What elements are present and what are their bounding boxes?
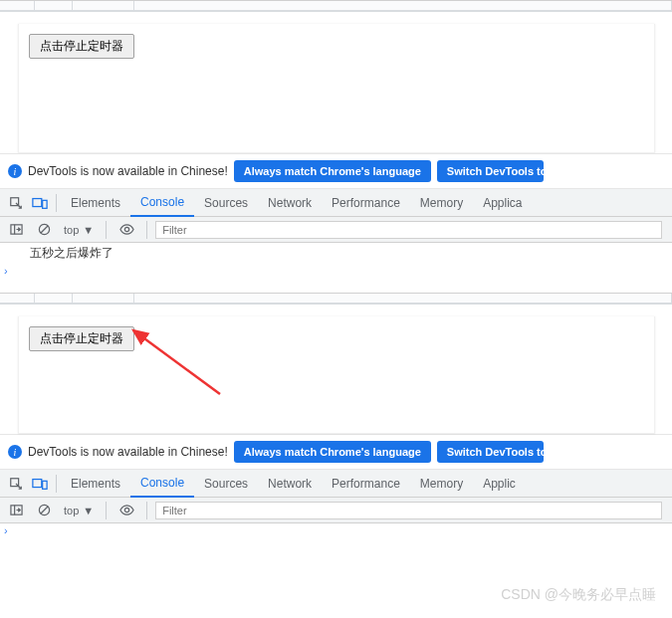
console-output: ›: [0, 523, 672, 543]
filter-input[interactable]: [155, 221, 662, 239]
devtools-info-bar: i DevTools is now available in Chinese! …: [0, 434, 672, 470]
sidebar-toggle-icon[interactable]: [4, 218, 28, 242]
tab-console[interactable]: Console: [130, 470, 194, 498]
svg-rect-8: [33, 479, 42, 487]
clear-console-icon[interactable]: [32, 218, 56, 242]
inspect-icon[interactable]: [4, 191, 28, 215]
tab-console[interactable]: Console: [130, 189, 194, 217]
devtools-tabs: Elements Console Sources Network Perform…: [0, 470, 672, 498]
clear-console-icon[interactable]: [32, 499, 56, 522]
info-text: DevTools is now available in Chinese!: [28, 164, 228, 178]
context-selector[interactable]: top ▼: [60, 224, 98, 236]
panel-1: 点击停止定时器 i DevTools is now available in C…: [0, 0, 672, 281]
switch-language-button[interactable]: Switch DevTools to C: [437, 441, 544, 463]
chevron-down-icon: ▼: [83, 224, 94, 236]
tab-application[interactable]: Applica: [473, 189, 532, 217]
page-content: 点击停止定时器: [0, 12, 672, 153]
bookmark-bar: [0, 293, 672, 305]
eye-icon[interactable]: [114, 499, 138, 522]
context-selector[interactable]: top ▼: [60, 505, 98, 516]
info-text: DevTools is now available in Chinese!: [28, 445, 228, 459]
context-label: top: [64, 224, 79, 236]
tab-performance[interactable]: Performance: [322, 189, 410, 217]
devtools-info-bar: i DevTools is now available in Chinese! …: [0, 153, 672, 189]
context-label: top: [64, 505, 79, 516]
page-content: 点击停止定时器: [0, 305, 672, 434]
eye-icon[interactable]: [114, 218, 138, 242]
device-toggle-icon[interactable]: [28, 191, 52, 215]
tab-network[interactable]: Network: [258, 470, 322, 498]
bookmark-bar: [0, 0, 672, 12]
stop-timer-button[interactable]: 点击停止定时器: [29, 326, 134, 351]
tab-memory[interactable]: Memory: [410, 189, 473, 217]
info-icon: i: [8, 164, 22, 178]
panel-2: 点击停止定时器 i DevTools is now available in C…: [0, 293, 672, 543]
console-output: 五秒之后爆炸了 ›: [0, 243, 672, 281]
tab-performance[interactable]: Performance: [322, 470, 410, 498]
svg-rect-1: [33, 198, 42, 206]
svg-point-12: [124, 508, 128, 512]
switch-language-button[interactable]: Switch DevTools to Ch: [437, 160, 544, 182]
console-toolbar: top ▼: [0, 498, 672, 523]
tab-elements[interactable]: Elements: [61, 470, 130, 498]
device-toggle-icon[interactable]: [28, 472, 52, 496]
svg-rect-2: [43, 200, 47, 208]
tab-network[interactable]: Network: [258, 189, 322, 217]
tab-memory[interactable]: Memory: [410, 470, 473, 498]
inspect-icon[interactable]: [4, 472, 28, 496]
tab-sources[interactable]: Sources: [194, 189, 258, 217]
tab-application[interactable]: Applic: [473, 470, 526, 498]
console-prompt[interactable]: ›: [0, 264, 672, 281]
chevron-down-icon: ▼: [83, 505, 94, 516]
log-message: 五秒之后爆炸了: [0, 243, 672, 264]
tab-elements[interactable]: Elements: [61, 189, 130, 217]
stop-timer-button[interactable]: 点击停止定时器: [29, 34, 134, 59]
info-icon: i: [8, 445, 22, 459]
match-language-button[interactable]: Always match Chrome's language: [234, 441, 431, 463]
sidebar-toggle-icon[interactable]: [4, 499, 28, 522]
svg-point-5: [124, 227, 128, 231]
console-toolbar: top ▼: [0, 217, 672, 243]
console-prompt[interactable]: ›: [0, 523, 672, 540]
devtools-tabs: Elements Console Sources Network Perform…: [0, 189, 672, 217]
tab-sources[interactable]: Sources: [194, 470, 258, 498]
svg-rect-9: [43, 481, 47, 489]
match-language-button[interactable]: Always match Chrome's language: [234, 160, 431, 182]
filter-input[interactable]: [155, 502, 662, 519]
